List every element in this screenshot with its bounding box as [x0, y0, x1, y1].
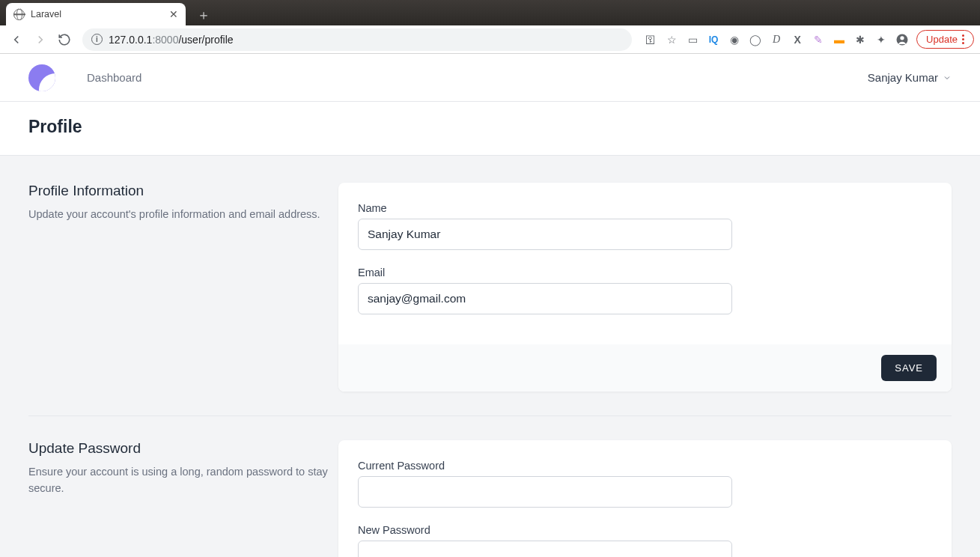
extension-icons: ⚿ ☆ ▭ IQ ◉ ◯ D X ✎ ▬ ✱ ✦ — [639, 33, 913, 46]
password-heading: Update Password — [28, 440, 328, 457]
app-logo[interactable] — [28, 64, 55, 91]
x-extension-icon[interactable]: X — [791, 33, 804, 46]
profile-info-card: Name Email SAVE — [338, 183, 952, 392]
email-field-row: Email — [358, 267, 732, 314]
reload-button[interactable] — [54, 29, 75, 50]
page-title: Profile — [28, 117, 952, 137]
profile-info-description: Update your account's profile informatio… — [28, 207, 328, 223]
compass-extension-icon[interactable]: ◉ — [728, 33, 741, 46]
password-heading-block: Update Password Ensure your account is u… — [28, 440, 328, 557]
update-password-section: Update Password Ensure your account is u… — [28, 440, 952, 557]
iq-extension-icon[interactable]: IQ — [707, 33, 720, 46]
profile-info-heading: Profile Information — [28, 183, 328, 199]
address-bar[interactable]: i 127.0.0.1:8000/user/profile — [82, 28, 632, 51]
password-card: Current Password New Password — [338, 440, 952, 557]
kebab-menu-icon — [962, 34, 964, 44]
email-input[interactable] — [358, 283, 732, 314]
save-profile-button[interactable]: SAVE — [881, 355, 937, 381]
current-password-row: Current Password — [358, 460, 732, 508]
new-tab-button[interactable]: ＋ — [193, 4, 214, 25]
orange-extension-icon[interactable]: ▬ — [833, 33, 846, 46]
site-info-icon[interactable]: i — [91, 34, 103, 45]
user-menu-name: Sanjay Kumar — [868, 71, 938, 84]
chevron-down-icon — [943, 73, 952, 82]
browser-update-button[interactable]: Update — [916, 30, 974, 49]
extensions-puzzle-icon[interactable]: ✦ — [874, 33, 888, 46]
nav-dashboard-link[interactable]: Dashboard — [87, 71, 141, 84]
tab-title: Laravel — [31, 9, 61, 19]
feather-extension-icon[interactable]: ✎ — [812, 33, 825, 46]
svg-point-1 — [900, 36, 904, 40]
browser-toolbar: i 127.0.0.1:8000/user/profile ⚿ ☆ ▭ IQ ◉… — [0, 25, 980, 54]
page-body: Profile Information Update your account'… — [0, 156, 980, 557]
new-password-row: New Password — [358, 524, 732, 557]
page-header: Profile — [0, 102, 980, 156]
email-label: Email — [358, 267, 732, 278]
globe-icon — [13, 9, 25, 20]
user-menu[interactable]: Sanjay Kumar — [868, 71, 952, 84]
update-label: Update — [926, 34, 958, 45]
back-button[interactable] — [6, 29, 27, 50]
key-icon[interactable]: ⚿ — [644, 33, 657, 46]
name-input[interactable] — [358, 219, 732, 250]
current-password-label: Current Password — [358, 460, 732, 472]
current-password-input[interactable] — [358, 476, 732, 508]
section-divider — [28, 416, 952, 416]
forward-button[interactable] — [30, 29, 51, 50]
browser-tab[interactable]: Laravel ✕ — [6, 3, 186, 25]
name-field-row: Name — [358, 202, 732, 250]
app-navbar: Dashboard Sanjay Kumar — [0, 54, 980, 102]
reader-icon[interactable]: ▭ — [686, 33, 699, 46]
close-tab-icon[interactable]: ✕ — [169, 8, 178, 20]
password-description: Ensure your account is using a long, ran… — [28, 464, 328, 497]
name-label: Name — [358, 202, 732, 214]
circle-extension-icon[interactable]: ◯ — [749, 33, 762, 46]
url-text: 127.0.0.1:8000/user/profile — [109, 34, 234, 46]
new-password-input[interactable] — [358, 541, 732, 557]
page-viewport: Dashboard Sanjay Kumar Profile Profile I… — [0, 54, 980, 557]
d-extension-icon[interactable]: D — [770, 33, 783, 46]
profile-info-section: Profile Information Update your account'… — [28, 183, 952, 392]
new-password-label: New Password — [358, 524, 732, 536]
bug-extension-icon[interactable]: ✱ — [853, 33, 867, 46]
browser-chrome: Laravel ✕ ＋ i 127.0.0.1:8000/user/profil… — [0, 0, 980, 54]
bookmark-star-icon[interactable]: ☆ — [665, 33, 678, 46]
profile-info-heading-block: Profile Information Update your account'… — [28, 183, 328, 392]
profile-info-footer: SAVE — [338, 344, 952, 392]
profile-avatar-icon[interactable] — [895, 33, 909, 46]
tab-strip: Laravel ✕ ＋ — [0, 0, 980, 25]
